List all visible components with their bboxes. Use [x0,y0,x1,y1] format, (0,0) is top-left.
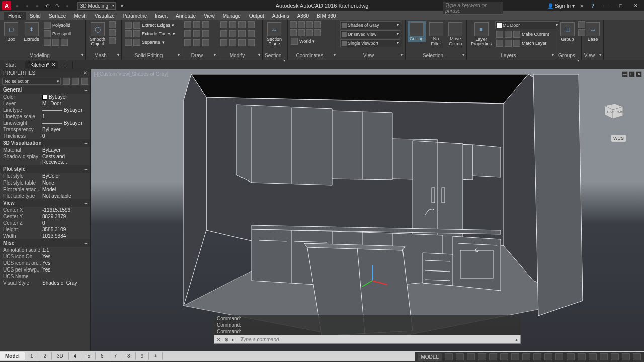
command-close-icon[interactable]: ✕ [214,337,222,342]
help-search-input[interactable]: Type a keyword or phrase [443,2,503,15]
customize-icon[interactable] [633,353,641,360]
osnap-toggle-icon[interactable] [489,353,497,360]
offset-icon[interactable] [248,39,255,46]
layout-tab[interactable]: 6 [96,352,109,360]
erase-icon[interactable] [248,21,255,28]
explode-icon[interactable] [248,30,255,37]
add-layout-button[interactable]: + [149,352,163,360]
prop-category[interactable]: Misc– [0,239,90,247]
workspace-icon[interactable] [589,353,597,360]
base-view-button[interactable]: ▭Base [584,21,602,43]
prop-row[interactable]: UCS icon at ori...Yes [0,260,90,266]
panel-title-section[interactable]: Section [265,53,285,60]
workspace-dropdown[interactable]: 3D Modeling [77,2,116,10]
prop-row[interactable]: Linetype scale1 [0,113,90,120]
stretch-icon[interactable] [220,39,227,46]
panel-title-view[interactable]: View [340,53,403,60]
minimize-button[interactable]: — [600,2,612,10]
prop-row[interactable]: UCS Name [0,273,90,280]
ucs-x-icon[interactable] [298,21,305,28]
ellipse-icon[interactable] [202,30,209,37]
prop-row[interactable]: TransparencyByLayer [0,126,90,133]
qat-redo-icon[interactable]: ↷ [53,2,61,10]
selection-dropdown[interactable]: No selection [2,78,61,85]
move-icon[interactable] [220,21,227,28]
clean-screen-icon[interactable] [622,353,630,360]
command-input[interactable] [238,337,512,342]
ucs-icon[interactable] [290,21,297,28]
move-gizmo-button[interactable]: Move Gizmo [446,21,464,47]
culling-button[interactable]: Culling [408,21,426,42]
draw-buttons[interactable] [184,21,210,47]
scale-icon[interactable] [229,39,236,46]
prop-row[interactable]: Width1013.9384 [0,233,90,239]
prop-category[interactable]: 3D Visualization– [0,139,90,147]
ucs-obj-icon[interactable] [298,29,305,36]
arc-icon[interactable] [184,30,191,37]
prop-row[interactable]: UCS per viewp...Yes [0,266,90,273]
dyn-input-icon[interactable] [533,353,541,360]
rotate-icon[interactable] [229,21,236,28]
prop-category[interactable]: View– [0,199,90,207]
layout-tab[interactable]: 1 [25,352,39,360]
layout-tab[interactable]: 5 [82,352,96,360]
menu-manage[interactable]: Manage [219,12,245,20]
ucs-named-icon[interactable] [314,29,321,36]
helix-icon[interactable] [193,39,200,46]
new-tab-button[interactable]: + [58,61,73,69]
mirror-icon[interactable] [229,30,236,37]
menu-mesh[interactable]: Mesh [70,12,90,20]
menu-insert[interactable]: Insert [151,12,172,20]
line-icon[interactable] [184,21,191,28]
presspull-button[interactable]: Presspull [43,30,72,38]
qat-undo-icon[interactable]: ↶ [43,2,51,10]
hardware-accel-icon[interactable] [600,353,608,360]
status-mode[interactable]: MODEL [418,353,442,361]
polysolid-button[interactable]: Polysolid [43,21,72,29]
viewport[interactable]: [-][Custom View][Shades of Gray] —□✕ FRO… [91,69,644,351]
extrude-button[interactable]: ⬍Extrude [22,21,41,43]
menu-add-ins[interactable]: Add-ins [268,12,293,20]
layout-tab[interactable]: 2 [38,352,52,360]
panel-title-layers[interactable]: Layers [469,53,554,60]
properties-close-icon[interactable]: ✕ [83,70,87,76]
point-icon[interactable] [202,39,209,46]
command-options-icon[interactable]: ⚙ [222,337,230,342]
layout-tab[interactable]: 3D [52,352,69,360]
panel-title-mesh[interactable]: Mesh [88,53,119,60]
menu-solid[interactable]: Solid [26,12,45,20]
solid-misc-button[interactable] [43,38,72,46]
panel-title-solid-editing[interactable]: Solid Editing [124,53,180,60]
prop-category[interactable]: General– [0,86,90,94]
prop-row[interactable]: Annotation scale1:1 [0,247,90,253]
prop-row[interactable]: Center X-11615.1596 [0,207,90,213]
grid-toggle-icon[interactable] [445,353,453,360]
exchange-icon[interactable]: ✕ [578,2,586,10]
command-recent-icon[interactable]: ▴ [512,337,520,342]
qat-open-icon[interactable]: ▫ [23,2,31,10]
separate-button[interactable]: Separate ▾ [124,38,176,46]
prop-row[interactable]: Linetype———— ByLayer [0,107,90,113]
prop-row[interactable]: Plot styleByColor [0,173,90,179]
prop-row[interactable]: Thickness0 [0,133,90,139]
mesh-less-icon[interactable] [109,29,116,36]
panel-title-draw[interactable]: Draw [184,53,216,60]
lineweight-icon[interactable] [544,353,552,360]
qat-new-icon[interactable]: ▫ [13,2,21,10]
annotation-icon[interactable] [578,353,586,360]
prop-row[interactable]: Height3585.3109 [0,226,90,233]
prop-row[interactable]: Center Y8829.3879 [0,213,90,220]
menu-visualize[interactable]: Visualize [91,12,119,20]
match-layer-button[interactable]: Match Layer [495,39,559,47]
select-objects-icon[interactable] [72,78,79,85]
mesh-refine-icon[interactable] [109,37,116,44]
menu-a360[interactable]: A360 [293,12,313,20]
menu-parametric[interactable]: Parametric [119,12,151,20]
snap-toggle-icon[interactable] [456,353,464,360]
prop-category[interactable]: Plot style– [0,165,90,173]
menu-annotate[interactable]: Annotate [172,12,200,20]
spline-icon[interactable] [184,39,191,46]
quick-select-icon[interactable] [63,78,70,85]
polyline-icon[interactable] [193,21,200,28]
panel-title-modeling[interactable]: Modeling [2,53,83,60]
